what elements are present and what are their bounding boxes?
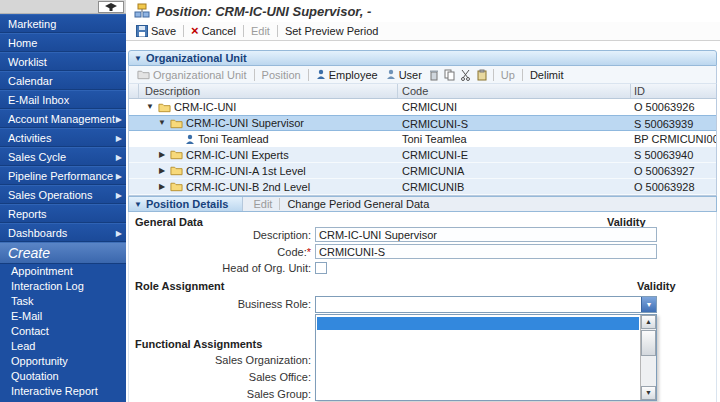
sidebar-create-task[interactable]: Task bbox=[0, 294, 126, 309]
folder-icon bbox=[170, 181, 183, 192]
position-details-title: Position Details bbox=[146, 198, 229, 210]
toolbar-separator bbox=[243, 25, 244, 37]
toolbar-separator bbox=[183, 25, 184, 37]
toolbar-separator bbox=[279, 198, 280, 210]
table-row[interactable]: ▼ CRM-IC-UNI CRMICUNI O 50063926 bbox=[129, 99, 716, 115]
sidebar-create-email[interactable]: E-Mail bbox=[0, 309, 126, 324]
expand-triangle-icon[interactable]: ▶ bbox=[157, 163, 167, 178]
row-id: BP CRMICUNI00 bbox=[631, 131, 716, 147]
table-row-selected[interactable]: ▼ CRM-IC-UNI Supervisor CRMICUNI-S S 500… bbox=[129, 115, 716, 131]
sidebar-item-label: E-Mail Inbox bbox=[8, 94, 69, 106]
sidebar-create-lead[interactable]: Lead bbox=[0, 339, 126, 354]
row-selector[interactable] bbox=[129, 163, 139, 178]
app-logo-button[interactable] bbox=[98, 1, 124, 13]
id-column-header[interactable]: ID bbox=[631, 84, 716, 98]
sidebar-create-interactive-report[interactable]: Interactive Report bbox=[0, 384, 126, 399]
business-role-field[interactable] bbox=[315, 296, 657, 313]
table-row[interactable]: ▶ CRM-IC-UNI-B 2nd Level CRMICUNIB O 500… bbox=[129, 179, 716, 195]
sidebar-item-marketing[interactable]: Marketing bbox=[0, 14, 126, 33]
table-row[interactable]: ▶ CRM-IC-UNI-A 1st Level CRMICUNIA O 500… bbox=[129, 163, 716, 179]
table-header-row: Description Code ID bbox=[129, 84, 716, 99]
toolbar-separator bbox=[308, 69, 309, 81]
save-button[interactable]: Save bbox=[132, 23, 180, 39]
code-input[interactable] bbox=[315, 244, 657, 259]
page-title: Position: CRM-IC-UNI Supervisor, - bbox=[156, 4, 371, 19]
sidebar-item-label: Pipeline Performance bbox=[8, 170, 113, 182]
toolbar-separator bbox=[493, 69, 494, 81]
organizational-unit-section-header[interactable]: ▼ Organizational Unit bbox=[128, 50, 717, 66]
collapse-triangle-icon[interactable]: ▼ bbox=[145, 99, 155, 115]
add-user-label: User bbox=[399, 69, 422, 81]
chevron-right-icon: ▶ bbox=[116, 225, 122, 242]
sales-group-label: Sales Group: bbox=[129, 388, 311, 400]
change-period-button[interactable]: Change Period General Data bbox=[283, 196, 433, 212]
cancel-button[interactable]: × Cancel bbox=[187, 23, 240, 39]
row-selector[interactable] bbox=[129, 147, 139, 162]
scrollbar-thumb[interactable] bbox=[641, 330, 656, 356]
toolbar-separator bbox=[277, 25, 278, 37]
edit-button[interactable]: Edit bbox=[247, 23, 274, 39]
add-user-button[interactable]: User bbox=[382, 67, 426, 82]
copy-button[interactable] bbox=[442, 67, 458, 82]
scroll-down-icon: ▼ bbox=[645, 389, 652, 396]
sidebar-create-appointment[interactable]: Appointment bbox=[0, 264, 126, 279]
clipboard-icon bbox=[477, 69, 487, 81]
sidebar-create-interaction-log[interactable]: Interaction Log bbox=[0, 279, 126, 294]
sidebar-item-home[interactable]: Home bbox=[0, 33, 126, 52]
delimit-label: Delimit bbox=[530, 69, 564, 81]
row-code: Toni Teamlea bbox=[398, 131, 631, 147]
collapse-triangle-icon[interactable]: ▼ bbox=[157, 116, 167, 130]
row-selector[interactable] bbox=[129, 131, 139, 147]
add-position-button[interactable]: Position bbox=[258, 67, 305, 82]
sidebar-item-pipeline-performance[interactable]: Pipeline Performance▶ bbox=[0, 166, 126, 185]
dropdown-highlighted-option[interactable] bbox=[317, 317, 639, 330]
collapse-triangle-icon: ▼ bbox=[134, 200, 142, 209]
row-selector[interactable] bbox=[129, 116, 139, 130]
sidebar-create-opportunity[interactable]: Opportunity bbox=[0, 354, 126, 369]
table-row[interactable]: Toni Teamlead Toni Teamlea BP CRMICUNI00 bbox=[129, 131, 716, 147]
sidebar-item-sales-cycle[interactable]: Sales Cycle▶ bbox=[0, 147, 126, 166]
expand-triangle-icon[interactable]: ▶ bbox=[157, 147, 167, 162]
dropdown-button[interactable]: ▼ bbox=[641, 297, 656, 312]
code-column-header[interactable]: Code bbox=[398, 84, 631, 98]
delete-trash-button[interactable] bbox=[426, 67, 442, 82]
description-column-header[interactable]: Description bbox=[139, 84, 398, 98]
sidebar-item-worklist[interactable]: Worklist bbox=[0, 52, 126, 71]
row-selector[interactable] bbox=[129, 179, 139, 194]
paste-button[interactable] bbox=[474, 67, 490, 82]
chevron-right-icon: ▶ bbox=[116, 187, 122, 204]
scroll-up-button[interactable]: ▲ bbox=[641, 315, 656, 329]
up-button[interactable]: Up bbox=[497, 67, 519, 82]
description-input[interactable] bbox=[315, 227, 657, 242]
dropdown-scrollbar[interactable]: ▲ ▼ bbox=[640, 315, 656, 400]
sidebar-item-account-management[interactable]: Account Management▶ bbox=[0, 109, 126, 128]
add-employee-button[interactable]: Employee bbox=[312, 67, 382, 82]
sidebar-create-quotation[interactable]: Quotation bbox=[0, 369, 126, 384]
set-preview-period-button[interactable]: Set Preview Period bbox=[281, 23, 383, 39]
sidebar-item-sales-operations[interactable]: Sales Operations▶ bbox=[0, 185, 126, 204]
expand-triangle-icon[interactable]: ▶ bbox=[157, 179, 167, 194]
sidebar-item-activities[interactable]: Activities▶ bbox=[0, 128, 126, 147]
toolbar-separator bbox=[522, 69, 523, 81]
row-description: CRM-IC-UNI-A 1st Level bbox=[186, 163, 306, 178]
collapse-triangle-icon: ▼ bbox=[134, 54, 142, 63]
sidebar-item-email-inbox[interactable]: E-Mail Inbox bbox=[0, 90, 126, 109]
table-row[interactable]: ▶ CRM-IC-UNI Experts CRMICUNI-E S 500639… bbox=[129, 147, 716, 163]
business-role-combobox[interactable]: ▼ bbox=[315, 296, 657, 313]
row-id: O 50063926 bbox=[631, 99, 716, 115]
details-edit-button[interactable]: Edit bbox=[249, 196, 276, 212]
row-code: CRMICUNI-E bbox=[398, 147, 631, 162]
position-details-tab[interactable]: ▼ Position Details bbox=[129, 197, 243, 211]
delimit-button[interactable]: Delimit bbox=[526, 67, 568, 82]
scroll-down-button[interactable]: ▼ bbox=[641, 386, 656, 400]
chevron-right-icon: ▶ bbox=[116, 111, 122, 128]
details-edit-label: Edit bbox=[253, 198, 272, 210]
sidebar-item-calendar[interactable]: Calendar bbox=[0, 71, 126, 90]
sidebar-item-reports[interactable]: Reports bbox=[0, 204, 126, 223]
add-organizational-unit-button[interactable]: Organizational Unit bbox=[133, 67, 251, 82]
sidebar-item-dashboards[interactable]: Dashboards▶ bbox=[0, 223, 126, 242]
sidebar-create-contact[interactable]: Contact bbox=[0, 324, 126, 339]
row-selector[interactable] bbox=[129, 99, 139, 115]
head-of-org-unit-checkbox[interactable] bbox=[315, 262, 327, 274]
cut-button[interactable] bbox=[458, 67, 474, 82]
